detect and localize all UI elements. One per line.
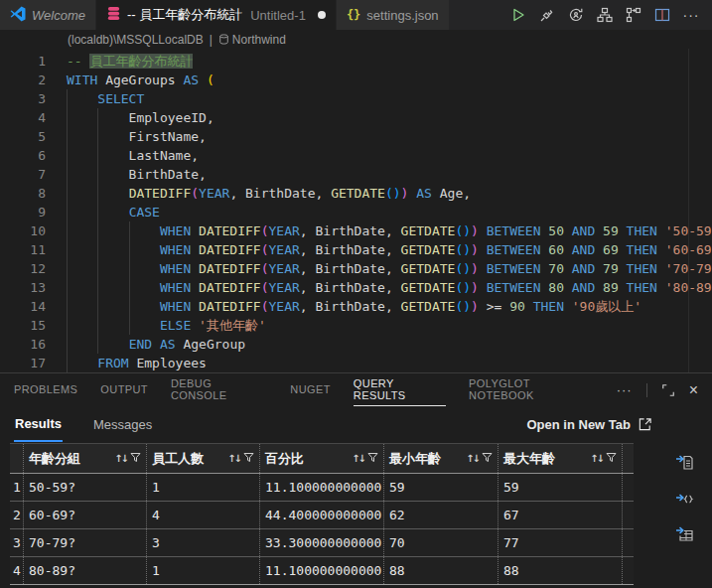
line-number[interactable]: 10 <box>0 221 67 240</box>
row-number-cell[interactable]: 2 <box>10 502 24 528</box>
panel-tab-debug-console[interactable]: DEBUG CONSOLE <box>171 373 267 406</box>
schema-org-chart-icon[interactable] <box>594 4 616 26</box>
save-as-csv-button[interactable] <box>674 451 696 473</box>
panel-tab-query-results[interactable]: QUERY RESULTS <box>354 373 446 406</box>
code-line[interactable]: 4 EmployeeID, <box>0 108 712 127</box>
row-number-cell[interactable]: 3 <box>10 529 24 556</box>
code-line[interactable]: 12 WHEN DATEDIFF(YEAR, BirthDate, GETDAT… <box>0 259 712 278</box>
grid-cell[interactable]: 88 <box>384 557 498 584</box>
sort-icon[interactable]: ↑↓ <box>114 453 127 464</box>
table-row[interactable]: 150-59?111.1000000000005959 <box>10 474 634 502</box>
save-as-excel-button[interactable] <box>674 522 696 544</box>
line-number[interactable]: 9 <box>0 203 67 221</box>
breadcrumb-connection[interactable]: (localdb)\MSSQLLocalDB <box>68 33 204 47</box>
grid-cell[interactable]: 50-59? <box>24 474 147 501</box>
code-line[interactable]: 3 SELECT <box>0 89 712 108</box>
code-line[interactable]: 14 WHEN DATEDIFF(YEAR, BirthDate, GETDAT… <box>0 297 712 316</box>
tab-welcome[interactable]: Welcome <box>0 0 96 30</box>
grid-header-cell[interactable]: 員工人數↑↓ <box>147 444 260 473</box>
filter-button[interactable] <box>130 451 141 466</box>
filter-button[interactable] <box>367 451 378 466</box>
grid-cell[interactable]: 1 <box>147 557 260 584</box>
panel-tab-problems[interactable]: PROBLEMS <box>14 373 77 406</box>
code-line[interactable]: 9 CASE <box>0 203 712 221</box>
sort-icon[interactable]: ↑↓ <box>352 453 364 464</box>
line-number[interactable]: 13 <box>0 278 67 297</box>
code-line[interactable]: 8 DATEDIFF(YEAR, BirthDate, GETDATE()) A… <box>0 184 712 203</box>
grid-header-cell[interactable]: 年齡分組↑↓ <box>24 444 147 473</box>
attach-boxes-icon[interactable] <box>623 4 644 26</box>
sort-icon[interactable]: ↑↓ <box>590 453 603 464</box>
grid-cell[interactable]: 59 <box>498 474 623 501</box>
grid-corner-cell[interactable] <box>10 444 24 473</box>
line-number[interactable]: 3 <box>0 89 67 108</box>
sort-icon[interactable]: ↑↓ <box>227 453 240 464</box>
line-number[interactable]: 17 <box>0 354 67 372</box>
messages-tab[interactable]: Messages <box>92 408 153 441</box>
modified-dot-icon[interactable] <box>318 11 326 19</box>
tab-query-untitled[interactable]: -- 員工年齡分布統計 Untitled-1 <box>96 0 337 30</box>
grid-cell[interactable]: 3 <box>147 529 260 556</box>
code-line[interactable]: 16 END AS AgeGroup <box>0 335 712 354</box>
line-number[interactable]: 1 <box>0 52 67 71</box>
line-number[interactable]: 16 <box>0 335 67 354</box>
code-line[interactable]: 5 FirstName, <box>0 127 712 146</box>
line-number[interactable]: 4 <box>0 108 67 127</box>
grid-cell[interactable]: 70 <box>384 529 498 556</box>
line-number[interactable]: 8 <box>0 184 67 203</box>
grid-cell[interactable]: 33.300000000000 <box>260 529 384 556</box>
table-row[interactable]: 480-89?111.1000000000008888 <box>10 557 634 585</box>
grid-header-cell[interactable]: 最小年齡↑↓ <box>384 444 498 473</box>
minimap[interactable] <box>690 32 704 44</box>
sort-icon[interactable]: ↑↓ <box>466 453 479 464</box>
grid-cell[interactable]: 59 <box>384 474 498 501</box>
filter-button[interactable] <box>243 451 254 466</box>
disconnect-plug-icon[interactable] <box>536 4 558 26</box>
grid-cell[interactable]: 1 <box>147 474 260 501</box>
panel-tab-polyglot-notebook[interactable]: POLYGLOT NOTEBOOK <box>469 373 594 406</box>
row-number-cell[interactable]: 4 <box>10 557 24 584</box>
code-line[interactable]: 17 FROM Employees <box>0 354 712 372</box>
run-query-button[interactable] <box>507 4 529 26</box>
code-line[interactable]: 6 LastName, <box>0 146 712 165</box>
grid-cell[interactable]: 11.100000000000 <box>260 474 384 501</box>
tab-settings-json[interactable]: {} settings.json <box>337 0 450 30</box>
row-number-cell[interactable]: 1 <box>10 474 24 501</box>
code-line[interactable]: 10 WHEN DATEDIFF(YEAR, BirthDate, GETDAT… <box>0 221 712 240</box>
code-editor[interactable]: 1-- 員工年齡分布統計2WITH AgeGroups AS (3 SELECT… <box>0 49 712 372</box>
save-as-json-button[interactable] <box>674 487 696 509</box>
table-row[interactable]: 370-79?333.3000000000007077 <box>10 529 634 557</box>
grid-cell[interactable]: 80-89? <box>24 557 147 584</box>
line-number[interactable]: 5 <box>0 127 67 146</box>
grid-cell[interactable]: 67 <box>498 502 623 528</box>
grid-cell[interactable]: 44.400000000000 <box>260 502 384 528</box>
line-number[interactable]: 14 <box>0 297 67 316</box>
results-tab[interactable]: Results <box>14 407 63 442</box>
code-line[interactable]: 2WITH AgeGroups AS ( <box>0 71 712 89</box>
code-line[interactable]: 13 WHEN DATEDIFF(YEAR, BirthDate, GETDAT… <box>0 278 712 297</box>
close-panel-button[interactable]: × <box>689 382 698 398</box>
line-number[interactable]: 11 <box>0 240 67 259</box>
code-line[interactable]: 11 WHEN DATEDIFF(YEAR, BirthDate, GETDAT… <box>0 240 712 259</box>
more-actions-button[interactable]: ··· <box>680 4 702 26</box>
grid-cell[interactable]: 11.100000000000 <box>260 557 384 584</box>
code-line[interactable]: 1-- 員工年齡分布統計 <box>0 52 712 71</box>
table-row[interactable]: 260-69?444.4000000000006267 <box>10 502 634 529</box>
panel-more-button[interactable]: ··· <box>617 382 633 397</box>
line-number[interactable]: 6 <box>0 146 67 165</box>
filter-button[interactable] <box>606 451 617 466</box>
change-connection-sync-icon[interactable] <box>565 4 587 26</box>
split-editor-icon[interactable] <box>651 4 673 26</box>
grid-cell[interactable]: 62 <box>384 502 498 528</box>
grid-cell[interactable]: 60-69? <box>24 502 147 528</box>
grid-cell[interactable]: 77 <box>498 529 623 556</box>
open-in-new-tab-button[interactable]: Open in New Tab <box>527 417 653 432</box>
panel-tab-nuget[interactable]: NUGET <box>290 373 331 406</box>
line-number[interactable]: 15 <box>0 316 67 335</box>
maximize-panel-icon[interactable] <box>657 379 679 401</box>
code-line[interactable]: 7 BirthDate, <box>0 165 712 184</box>
code-line[interactable]: 15 ELSE '其他年齡' <box>0 316 712 335</box>
grid-header-cell[interactable]: 百分比↑↓ <box>260 444 384 473</box>
grid-cell[interactable]: 88 <box>498 557 623 584</box>
filter-button[interactable] <box>482 451 493 466</box>
